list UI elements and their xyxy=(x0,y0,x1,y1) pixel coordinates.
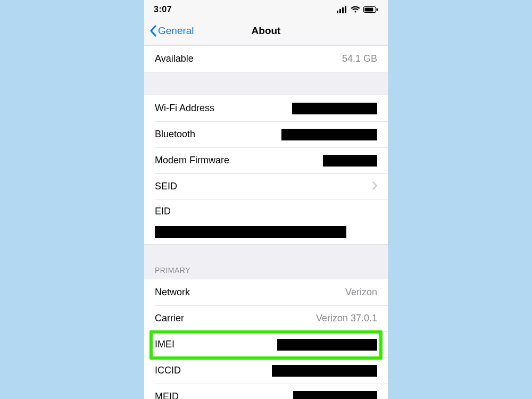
row-value: Verizon 37.0.1 xyxy=(316,313,377,324)
row-label: MEID xyxy=(155,391,179,399)
row-label: Network xyxy=(155,287,190,298)
row-modem-firmware[interactable]: Modem Firmware xyxy=(144,147,388,173)
row-iccid[interactable]: ICCID xyxy=(144,358,388,384)
redacted-value xyxy=(323,155,377,167)
row-label: SEID xyxy=(155,181,177,192)
row-value: 54.1 GB xyxy=(342,53,377,64)
cellular-signal-icon xyxy=(337,6,347,13)
battery-icon xyxy=(363,6,378,13)
wifi-icon xyxy=(351,6,360,13)
nav-bar: General About xyxy=(144,17,388,45)
section-header-primary: PRIMARY xyxy=(144,245,388,279)
group-primary-sim: Network Verizon Carrier Verizon 37.0.1 I… xyxy=(144,279,388,399)
redacted-value xyxy=(292,103,377,114)
row-label: EID xyxy=(155,206,171,217)
redacted-value xyxy=(277,339,377,351)
row-eid[interactable]: EID xyxy=(144,200,388,244)
row-label: Wi-Fi Address xyxy=(155,103,214,114)
svg-rect-6 xyxy=(377,9,378,11)
svg-rect-3 xyxy=(345,6,346,13)
row-bluetooth[interactable]: Bluetooth xyxy=(144,121,388,147)
redacted-value xyxy=(281,129,377,140)
redacted-value xyxy=(293,391,377,400)
row-network[interactable]: Network Verizon xyxy=(144,279,388,305)
row-label: Available xyxy=(155,53,194,64)
row-imei[interactable]: IMEI xyxy=(144,331,388,358)
svg-rect-2 xyxy=(342,7,344,13)
row-value: Verizon xyxy=(345,287,377,298)
group-storage: Available 54.1 GB xyxy=(144,45,388,72)
status-indicators xyxy=(337,6,378,13)
status-time: 3:07 xyxy=(154,5,172,14)
row-seid[interactable]: SEID xyxy=(144,173,388,200)
row-available[interactable]: Available 54.1 GB xyxy=(144,46,388,72)
back-label: General xyxy=(158,25,194,37)
row-label: Bluetooth xyxy=(155,129,195,140)
row-label: ICCID xyxy=(155,365,181,376)
group-identifiers: Wi-Fi Address Bluetooth Modem Firmware S… xyxy=(144,95,388,245)
row-carrier[interactable]: Carrier Verizon 37.0.1 xyxy=(144,305,388,331)
redacted-value xyxy=(155,226,346,238)
row-wifi-address[interactable]: Wi-Fi Address xyxy=(144,95,388,121)
row-label: IMEI xyxy=(155,339,174,350)
status-bar: 3:07 xyxy=(144,0,388,17)
back-button[interactable]: General xyxy=(149,25,194,37)
chevron-left-icon xyxy=(149,25,157,37)
row-label: Modem Firmware xyxy=(155,155,229,166)
redacted-value xyxy=(272,365,377,377)
phone-screen: 3:07 xyxy=(144,0,388,399)
row-meid[interactable]: MEID xyxy=(144,384,388,399)
row-label: Carrier xyxy=(155,313,184,324)
svg-rect-0 xyxy=(337,11,338,13)
svg-rect-5 xyxy=(365,8,373,12)
stage: 3:07 xyxy=(0,0,532,399)
svg-rect-1 xyxy=(339,9,341,13)
chevron-right-icon xyxy=(372,181,377,192)
section-gap xyxy=(144,72,388,95)
